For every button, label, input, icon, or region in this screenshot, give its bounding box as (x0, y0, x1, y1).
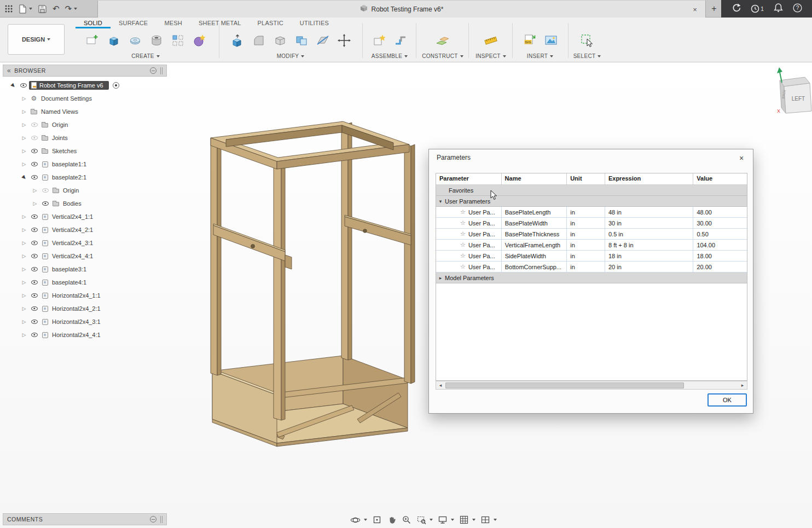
document-tab[interactable]: Robot Testing Frame v6* × (97, 1, 706, 18)
expand-arrow-icon[interactable]: ▷ (19, 96, 29, 101)
column-header[interactable]: Value (693, 173, 747, 185)
parameter-row[interactable]: ☆User Pa... BasePlateThickness in 0.5 in… (436, 229, 747, 240)
horizontal-scrollbar[interactable]: ◂ ▸ (436, 381, 747, 390)
visibility-eye-icon[interactable] (29, 254, 40, 258)
expand-arrow-icon[interactable]: ▷ (19, 240, 29, 246)
expand-arrow-icon[interactable]: ▷ (30, 188, 40, 193)
browser-item-horizontal2x4-2[interactable]: ▷ Horizontal2x4_2:1 (3, 302, 167, 315)
sync-status-icon[interactable] (731, 3, 741, 15)
visibility-eye-icon[interactable] (29, 241, 40, 245)
column-header[interactable]: Parameter (436, 173, 502, 185)
zoom-icon[interactable] (402, 515, 411, 525)
browser-item-horizontal2x4-3[interactable]: ▷ Horizontal2x4_3:1 (3, 315, 167, 328)
visibility-eye-icon[interactable] (29, 149, 40, 153)
select-dropdown[interactable]: SELECT (573, 53, 601, 59)
visibility-eye-icon[interactable] (29, 136, 40, 140)
save-icon[interactable] (38, 2, 47, 16)
browser-item-baseplate2-bodies[interactable]: ▷ Bodies (3, 197, 167, 210)
favorite-star-icon[interactable]: ☆ (460, 230, 466, 237)
param-expression-cell[interactable]: 20 in (605, 262, 693, 272)
tab-surface[interactable]: SURFACE (111, 18, 156, 28)
insert-svg-icon[interactable]: SVG (520, 30, 540, 51)
favorites-section-row[interactable]: Favorites (436, 185, 747, 196)
move-copy-icon[interactable] (334, 30, 354, 51)
browser-item-vertical2x4-2[interactable]: ▷ Vertical2x4_2:1 (3, 223, 167, 236)
combine-icon[interactable] (292, 30, 311, 51)
new-tab-button[interactable]: + (708, 3, 720, 15)
visibility-eye-icon[interactable] (29, 333, 40, 337)
hole-icon[interactable] (147, 30, 166, 51)
favorite-star-icon[interactable]: ☆ (460, 208, 466, 216)
expand-arrow-icon[interactable]: ▷ (19, 122, 29, 127)
expand-arrow-icon[interactable]: ▷ (19, 109, 29, 114)
browser-item-vertical2x4-4[interactable]: ▷ Vertical2x4_4:1 (3, 250, 167, 263)
browser-item-document-settings[interactable]: ▷ ⚙ Document Settings (3, 92, 167, 105)
expand-arrow-icon[interactable]: ▷ (19, 306, 29, 311)
undo-icon[interactable]: ↶ (53, 2, 60, 16)
joint-icon[interactable] (391, 30, 410, 51)
browser-item-baseplate1[interactable]: ▷ baseplate1:1 (3, 158, 167, 171)
expand-arrow-icon[interactable]: ▷ (19, 293, 29, 298)
browser-item-baseplate4[interactable]: ▷ baseplate4:1 (3, 276, 167, 289)
expand-arrow-icon[interactable]: ▷ (19, 148, 29, 154)
shell-icon[interactable] (270, 30, 290, 51)
scroll-left-icon[interactable]: ◂ (436, 381, 445, 389)
expand-arrow-icon[interactable]: ▷ (19, 266, 29, 272)
grid-settings-icon[interactable] (459, 515, 475, 525)
redo-icon[interactable]: ↷ (65, 2, 78, 16)
close-dialog-icon[interactable]: × (736, 153, 746, 163)
job-status-icon[interactable]: 1 (751, 4, 764, 13)
modify-dropdown[interactable]: MODIFY (277, 53, 305, 59)
construction-plane-icon[interactable] (433, 30, 453, 51)
visibility-eye-icon[interactable] (29, 306, 40, 311)
revolve-icon[interactable] (125, 30, 145, 51)
panel-grip[interactable] (160, 516, 163, 523)
browser-item-horizontal2x4-1[interactable]: ▷ Horizontal2x4_1:1 (3, 289, 167, 302)
file-menu-icon[interactable] (19, 2, 32, 16)
press-pull-icon[interactable] (228, 30, 247, 51)
tab-mesh[interactable]: MESH (156, 18, 190, 28)
display-settings-icon[interactable] (438, 515, 454, 525)
browser-item-horizontal2x4-4[interactable]: ▷ Horizontal2x4_4:1 (3, 328, 167, 341)
create-dropdown[interactable]: CREATE (131, 53, 160, 59)
zoom-window-icon[interactable] (416, 515, 433, 525)
browser-item-baseplate2[interactable]: ▶ baseplate2:1 (3, 171, 167, 184)
tab-utilities[interactable]: UTILITIES (292, 18, 337, 28)
visibility-eye-icon[interactable] (29, 214, 40, 219)
param-expression-cell[interactable]: 8 ft + 8 in (605, 240, 693, 251)
param-expression-cell[interactable]: 18 in (605, 251, 693, 262)
expand-arrow-icon[interactable]: ▷ (19, 253, 29, 259)
favorite-star-icon[interactable]: ☆ (460, 252, 466, 259)
visibility-eye-icon[interactable] (29, 228, 40, 232)
section-expanded-icon[interactable]: ▾ (436, 199, 445, 204)
construct-dropdown[interactable]: CONSTRUCT (422, 53, 463, 59)
visibility-eye-icon[interactable] (29, 320, 40, 324)
column-header[interactable]: Name (502, 173, 567, 185)
browser-item-vertical2x4-3[interactable]: ▷ Vertical2x4_3:1 (3, 236, 167, 250)
close-tab-icon[interactable]: × (690, 4, 700, 14)
visibility-eye-icon[interactable] (29, 123, 40, 127)
visibility-eye-icon[interactable] (18, 83, 29, 88)
visibility-eye-icon[interactable] (29, 267, 40, 271)
browser-item-named-views[interactable]: ▷ Named Views (3, 105, 167, 118)
look-at-icon[interactable] (372, 515, 382, 525)
tab-sheet-metal[interactable]: SHEET METAL (190, 18, 250, 28)
tab-plastic[interactable]: PLASTIC (250, 18, 292, 28)
scroll-right-icon[interactable]: ▸ (738, 381, 747, 389)
param-expression-cell[interactable]: 30 in (605, 218, 693, 229)
expand-arrow-icon[interactable]: ▷ (19, 332, 29, 338)
canvas-icon[interactable] (541, 30, 561, 51)
inspect-dropdown[interactable]: INSPECT (475, 53, 506, 59)
expand-arrow-icon[interactable]: ▷ (19, 227, 29, 233)
new-component-icon[interactable] (369, 30, 389, 51)
favorite-star-icon[interactable]: ☆ (460, 263, 466, 270)
expand-comments-icon[interactable] (150, 516, 156, 523)
expand-arrow-icon[interactable]: ▷ (19, 135, 29, 141)
split-body-icon[interactable] (313, 30, 333, 51)
expand-arrow-icon[interactable]: ▶ (8, 83, 18, 88)
create-sketch-icon[interactable] (83, 30, 102, 51)
browser-item-baseplate3[interactable]: ▷ baseplate3:1 (3, 263, 167, 276)
measure-icon[interactable] (481, 30, 501, 51)
parameter-row[interactable]: ☆User Pa... SidePlateWidth in 18 in 18.0… (436, 251, 747, 262)
minimize-panel-icon[interactable] (150, 67, 156, 74)
